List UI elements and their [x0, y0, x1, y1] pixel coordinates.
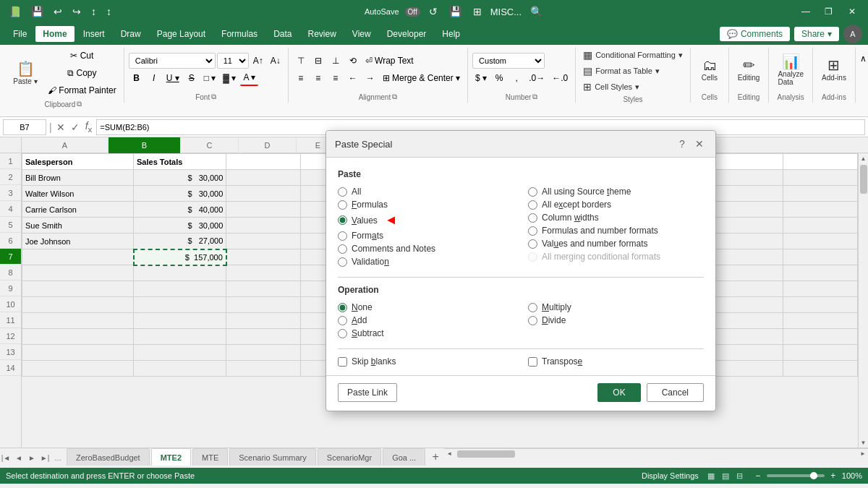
transpose-label: Transpose [542, 356, 582, 367]
op-subtract-radio[interactable] [338, 329, 347, 338]
paste-values-num-radio[interactable] [528, 239, 537, 249]
paste-all-merging-radio[interactable] [528, 252, 537, 262]
paste-all-merging-label: All merging conditional formats [542, 252, 660, 262]
dialog-title: Paste Special [335, 139, 393, 150]
dialog-divider-2 [338, 348, 704, 349]
transpose-option[interactable]: Transpose [528, 356, 704, 367]
paste-col-widths-radio[interactable] [528, 213, 537, 223]
transpose-checkbox[interactable] [528, 357, 537, 367]
dialog-footer-left: Paste Link [338, 383, 397, 402]
paste-validation-radio[interactable] [338, 257, 347, 267]
operation-options-right: Multiply Divide [528, 301, 704, 340]
paste-comments-radio[interactable] [338, 244, 347, 254]
op-divide-option[interactable]: Divide [528, 314, 704, 327]
paste-formulas-num-radio[interactable] [528, 226, 537, 236]
dialog-footer: Paste Link OK Cancel [326, 375, 715, 411]
op-divide-label: Divide [542, 315, 566, 325]
ok-button[interactable]: OK [597, 383, 640, 402]
paste-all-option[interactable]: All [338, 185, 514, 198]
paste-link-button[interactable]: Paste Link [338, 383, 397, 402]
paste-col-widths-label: Column widths [542, 213, 599, 223]
dialog-close-btn[interactable]: ✕ [692, 137, 707, 151]
op-add-option[interactable]: Add [338, 314, 514, 327]
dialog-footer-right: OK Cancel [597, 383, 704, 402]
op-multiply-option[interactable]: Multiply [528, 301, 704, 314]
paste-all-source-label: All using Source theme [542, 187, 631, 197]
skip-blanks-option[interactable]: Skip blanks [338, 356, 514, 367]
paste-col-widths-option[interactable]: Column widths [528, 211, 704, 224]
paste-values-num-label: Values and number formats [542, 239, 648, 249]
paste-all-merging-option[interactable]: All merging conditional formats [528, 250, 704, 263]
paste-formats-radio[interactable] [338, 231, 347, 241]
op-subtract-label: Subtract [352, 328, 384, 338]
paste-values-option[interactable]: Values ◄ [338, 211, 514, 229]
op-none-radio[interactable] [338, 303, 347, 312]
operation-options-grid: None Add Subtract Multiply Divide [338, 301, 704, 340]
paste-formats-option[interactable]: Formats [338, 229, 514, 242]
paste-all-radio[interactable] [338, 187, 347, 197]
paste-formulas-num-label: Formulas and number formats [542, 226, 658, 236]
extra-options-grid: Skip blanks Transpose [338, 356, 704, 367]
op-multiply-radio[interactable] [528, 303, 537, 312]
paste-all-label: All [352, 187, 361, 197]
paste-formulas-label: Formulas [352, 200, 388, 210]
paste-formats-label: Formats [352, 231, 383, 241]
paste-except-borders-label: All except borders [542, 200, 611, 210]
paste-validation-label: Validation [352, 257, 389, 267]
op-divide-radio[interactable] [528, 316, 537, 325]
paste-values-radio[interactable] [338, 215, 347, 225]
paste-values-num-option[interactable]: Values and number formats [528, 237, 704, 250]
op-none-option[interactable]: None [338, 301, 514, 314]
op-add-label: Add [352, 315, 367, 325]
op-multiply-label: Multiply [542, 302, 571, 312]
paste-formulas-radio[interactable] [338, 200, 347, 210]
values-arrow-indicator: ◄ [385, 213, 398, 228]
dialog-divider-1 [338, 277, 704, 278]
op-add-radio[interactable] [338, 316, 347, 325]
paste-special-dialog: Paste Special ? ✕ Paste All Formulas [326, 130, 716, 411]
paste-values-label: Values [352, 215, 378, 226]
dialog-help-btn[interactable]: ? [675, 137, 689, 151]
paste-options-left: All Formulas Values ◄ Formats Comments a… [338, 185, 514, 268]
cancel-button[interactable]: Cancel [647, 383, 704, 402]
paste-section-label: Paste [338, 169, 704, 179]
paste-options-grid: All Formulas Values ◄ Formats Comments a… [338, 185, 704, 268]
op-subtract-option[interactable]: Subtract [338, 327, 514, 340]
operation-options-left: None Add Subtract [338, 301, 514, 340]
paste-except-borders-radio[interactable] [528, 200, 537, 210]
dialog-title-bar: Paste Special ? ✕ [326, 131, 715, 158]
skip-blanks-checkbox[interactable] [338, 357, 347, 367]
paste-formulas-num-option[interactable]: Formulas and number formats [528, 224, 704, 237]
paste-all-source-radio[interactable] [528, 187, 537, 197]
skip-blanks-label: Skip blanks [352, 356, 396, 367]
paste-validation-option[interactable]: Validation [338, 255, 514, 268]
dialog-overlay: Paste Special ? ✕ Paste All Formulas [0, 0, 868, 488]
paste-formulas-option[interactable]: Formulas [338, 198, 514, 211]
op-none-label: None [352, 302, 373, 312]
paste-options-right: All using Source theme All except border… [528, 185, 704, 268]
dialog-body: Paste All Formulas Values ◄ Format [326, 158, 715, 375]
paste-all-source-theme-option[interactable]: All using Source theme [528, 185, 704, 198]
dialog-title-buttons: ? ✕ [675, 137, 707, 151]
paste-comments-option[interactable]: Comments and Notes [338, 242, 514, 255]
paste-comments-label: Comments and Notes [352, 244, 435, 254]
operation-section-label: Operation [338, 285, 704, 295]
paste-except-borders-option[interactable]: All except borders [528, 198, 704, 211]
